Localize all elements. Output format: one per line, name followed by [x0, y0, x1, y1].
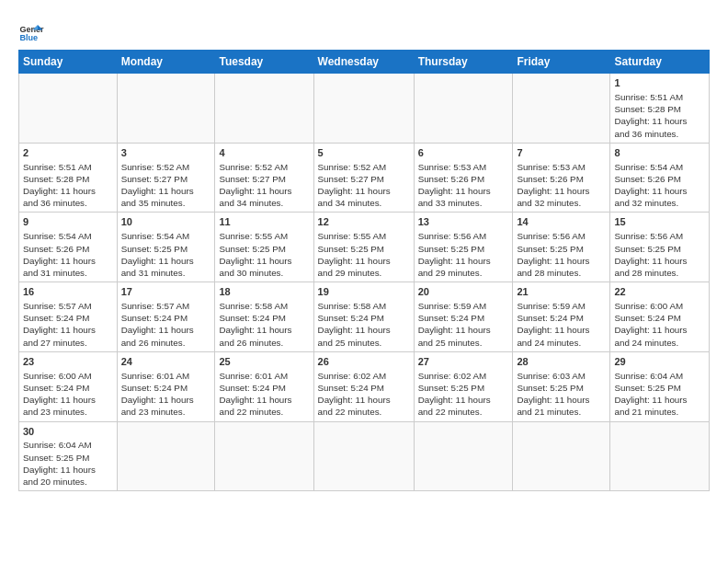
calendar-cell — [215, 421, 313, 491]
calendar-week-row: 1Sunrise: 5:51 AM Sunset: 5:28 PM Daylig… — [19, 74, 710, 144]
cell-info-text: Sunrise: 5:58 AM Sunset: 5:24 PM Dayligh… — [318, 300, 410, 349]
calendar-week-row: 9Sunrise: 5:54 AM Sunset: 5:26 PM Daylig… — [19, 213, 710, 282]
calendar-cell: 4Sunrise: 5:52 AM Sunset: 5:27 PM Daylig… — [215, 143, 313, 213]
cell-date-number: 30 — [23, 425, 113, 439]
weekday-header-wednesday: Wednesday — [313, 51, 414, 74]
calendar-cell: 17Sunrise: 5:57 AM Sunset: 5:24 PM Dayli… — [117, 282, 215, 352]
cell-info-text: Sunrise: 5:52 AM Sunset: 5:27 PM Dayligh… — [219, 161, 309, 210]
cell-date-number: 24 — [121, 355, 211, 369]
weekday-header-saturday: Saturday — [610, 51, 710, 74]
calendar-cell: 18Sunrise: 5:58 AM Sunset: 5:24 PM Dayli… — [215, 282, 313, 352]
cell-date-number: 17 — [121, 285, 211, 299]
cell-date-number: 9 — [23, 215, 113, 229]
cell-info-text: Sunrise: 5:54 AM Sunset: 5:26 PM Dayligh… — [614, 161, 705, 210]
cell-info-text: Sunrise: 6:00 AM Sunset: 5:24 PM Dayligh… — [23, 370, 113, 419]
cell-date-number: 28 — [517, 355, 606, 369]
header: General Blue — [18, 15, 710, 44]
cell-date-number: 12 — [318, 215, 410, 229]
cell-date-number: 23 — [23, 355, 113, 369]
calendar-cell: 13Sunrise: 5:56 AM Sunset: 5:25 PM Dayli… — [414, 213, 513, 282]
calendar-cell: 15Sunrise: 5:56 AM Sunset: 5:25 PM Dayli… — [610, 213, 710, 282]
calendar-cell — [513, 421, 610, 491]
cell-date-number: 5 — [318, 146, 410, 160]
calendar: SundayMondayTuesdayWednesdayThursdayFrid… — [18, 50, 710, 491]
calendar-cell: 11Sunrise: 5:55 AM Sunset: 5:25 PM Dayli… — [215, 213, 313, 282]
cell-date-number: 20 — [418, 285, 509, 299]
cell-info-text: Sunrise: 5:57 AM Sunset: 5:24 PM Dayligh… — [121, 300, 211, 349]
cell-info-text: Sunrise: 5:53 AM Sunset: 5:26 PM Dayligh… — [418, 161, 509, 210]
cell-info-text: Sunrise: 5:59 AM Sunset: 5:24 PM Dayligh… — [517, 300, 606, 349]
calendar-cell: 25Sunrise: 6:01 AM Sunset: 5:24 PM Dayli… — [215, 351, 313, 421]
weekday-header-sunday: Sunday — [19, 51, 118, 74]
cell-date-number: 22 — [614, 285, 705, 299]
calendar-cell: 20Sunrise: 5:59 AM Sunset: 5:24 PM Dayli… — [414, 282, 513, 352]
cell-date-number: 14 — [517, 215, 606, 229]
calendar-cell: 22Sunrise: 6:00 AM Sunset: 5:24 PM Dayli… — [610, 282, 710, 352]
cell-date-number: 27 — [418, 355, 509, 369]
calendar-cell: 6Sunrise: 5:53 AM Sunset: 5:26 PM Daylig… — [414, 143, 513, 213]
cell-date-number: 7 — [517, 146, 606, 160]
cell-info-text: Sunrise: 5:51 AM Sunset: 5:28 PM Dayligh… — [23, 161, 113, 210]
cell-info-text: Sunrise: 5:59 AM Sunset: 5:24 PM Dayligh… — [418, 300, 509, 349]
cell-info-text: Sunrise: 6:03 AM Sunset: 5:25 PM Dayligh… — [517, 370, 606, 419]
cell-info-text: Sunrise: 5:51 AM Sunset: 5:28 PM Dayligh… — [614, 91, 705, 140]
cell-date-number: 21 — [517, 285, 606, 299]
calendar-cell: 1Sunrise: 5:51 AM Sunset: 5:28 PM Daylig… — [610, 74, 710, 144]
cell-date-number: 25 — [219, 355, 309, 369]
cell-info-text: Sunrise: 5:58 AM Sunset: 5:24 PM Dayligh… — [219, 300, 309, 349]
calendar-cell — [19, 74, 118, 144]
cell-date-number: 2 — [23, 146, 113, 160]
cell-date-number: 16 — [23, 285, 113, 299]
cell-date-number: 1 — [614, 76, 705, 90]
cell-date-number: 29 — [614, 355, 705, 369]
calendar-week-row: 2Sunrise: 5:51 AM Sunset: 5:28 PM Daylig… — [19, 143, 710, 213]
calendar-cell — [313, 421, 414, 491]
weekday-header-friday: Friday — [513, 51, 610, 74]
calendar-cell: 3Sunrise: 5:52 AM Sunset: 5:27 PM Daylig… — [117, 143, 215, 213]
cell-date-number: 6 — [418, 146, 509, 160]
calendar-cell — [313, 74, 414, 144]
calendar-cell: 26Sunrise: 6:02 AM Sunset: 5:24 PM Dayli… — [313, 351, 414, 421]
calendar-cell — [414, 74, 513, 144]
cell-date-number: 13 — [418, 215, 509, 229]
calendar-week-row: 30Sunrise: 6:04 AM Sunset: 5:25 PM Dayli… — [19, 421, 710, 491]
cell-info-text: Sunrise: 6:01 AM Sunset: 5:24 PM Dayligh… — [219, 370, 309, 419]
cell-info-text: Sunrise: 5:56 AM Sunset: 5:25 PM Dayligh… — [517, 230, 606, 279]
calendar-cell: 7Sunrise: 5:53 AM Sunset: 5:26 PM Daylig… — [513, 143, 610, 213]
calendar-cell — [610, 421, 710, 491]
calendar-cell: 28Sunrise: 6:03 AM Sunset: 5:25 PM Dayli… — [513, 351, 610, 421]
weekday-header-thursday: Thursday — [414, 51, 513, 74]
calendar-cell: 12Sunrise: 5:55 AM Sunset: 5:25 PM Dayli… — [313, 213, 414, 282]
cell-info-text: Sunrise: 5:54 AM Sunset: 5:25 PM Dayligh… — [121, 230, 211, 279]
cell-date-number: 19 — [318, 285, 410, 299]
calendar-cell: 23Sunrise: 6:00 AM Sunset: 5:24 PM Dayli… — [19, 351, 118, 421]
cell-info-text: Sunrise: 6:01 AM Sunset: 5:24 PM Dayligh… — [121, 370, 211, 419]
cell-info-text: Sunrise: 5:52 AM Sunset: 5:27 PM Dayligh… — [121, 161, 211, 210]
cell-date-number: 11 — [219, 215, 309, 229]
calendar-cell — [117, 421, 215, 491]
logo: General Blue — [18, 18, 44, 44]
weekday-header-monday: Monday — [117, 51, 215, 74]
calendar-cell: 29Sunrise: 6:04 AM Sunset: 5:25 PM Dayli… — [610, 351, 710, 421]
cell-info-text: Sunrise: 5:55 AM Sunset: 5:25 PM Dayligh… — [318, 230, 410, 279]
cell-info-text: Sunrise: 6:02 AM Sunset: 5:24 PM Dayligh… — [318, 370, 410, 419]
calendar-cell: 16Sunrise: 5:57 AM Sunset: 5:24 PM Dayli… — [19, 282, 118, 352]
calendar-cell: 2Sunrise: 5:51 AM Sunset: 5:28 PM Daylig… — [19, 143, 118, 213]
logo-icon: General Blue — [18, 18, 44, 44]
calendar-cell: 5Sunrise: 5:52 AM Sunset: 5:27 PM Daylig… — [313, 143, 414, 213]
cell-info-text: Sunrise: 5:56 AM Sunset: 5:25 PM Dayligh… — [614, 230, 705, 279]
cell-info-text: Sunrise: 5:54 AM Sunset: 5:26 PM Dayligh… — [23, 230, 113, 279]
cell-info-text: Sunrise: 5:55 AM Sunset: 5:25 PM Dayligh… — [219, 230, 309, 279]
cell-info-text: Sunrise: 5:52 AM Sunset: 5:27 PM Dayligh… — [318, 161, 410, 210]
cell-date-number: 26 — [318, 355, 410, 369]
calendar-cell: 14Sunrise: 5:56 AM Sunset: 5:25 PM Dayli… — [513, 213, 610, 282]
calendar-cell: 8Sunrise: 5:54 AM Sunset: 5:26 PM Daylig… — [610, 143, 710, 213]
cell-info-text: Sunrise: 5:56 AM Sunset: 5:25 PM Dayligh… — [418, 230, 509, 279]
cell-info-text: Sunrise: 5:57 AM Sunset: 5:24 PM Dayligh… — [23, 300, 113, 349]
cell-info-text: Sunrise: 6:00 AM Sunset: 5:24 PM Dayligh… — [614, 300, 705, 349]
calendar-week-row: 23Sunrise: 6:00 AM Sunset: 5:24 PM Dayli… — [19, 351, 710, 421]
cell-date-number: 4 — [219, 146, 309, 160]
cell-date-number: 10 — [121, 215, 211, 229]
calendar-cell — [513, 74, 610, 144]
calendar-cell: 30Sunrise: 6:04 AM Sunset: 5:25 PM Dayli… — [19, 421, 118, 491]
